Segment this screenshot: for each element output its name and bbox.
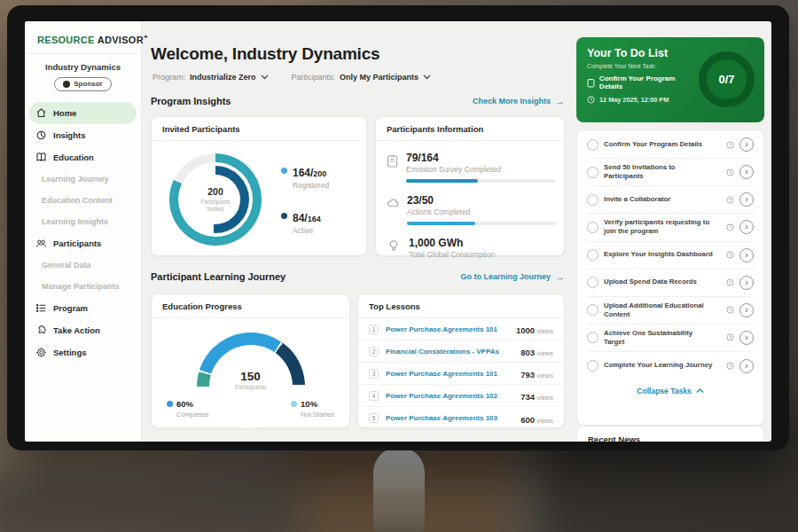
todo-item[interactable]: Invite a Collaborator › (587, 186, 754, 214)
todo-item[interactable]: Explore Your Insights Dashboard › (587, 242, 754, 270)
task-checkbox[interactable] (587, 360, 598, 372)
sidebar-item-manage-participants[interactable]: Manage Participants (25, 276, 141, 297)
invited-legend-dot (281, 213, 287, 219)
views-suffix: views (535, 417, 553, 425)
task-label: Verify participants requesting to join t… (604, 218, 714, 236)
app-logo: RESOURCE ADVISOR+ (25, 21, 141, 54)
clock-icon (587, 96, 595, 104)
sidebar-item-general-data[interactable]: General Data (25, 254, 141, 276)
todo-item[interactable]: Complete Your Learning Journey › (587, 352, 754, 379)
gear-icon (35, 347, 47, 358)
lesson-rank-badge: 4 (369, 391, 379, 401)
lesson-row: 4 Power Purchase Agreements 102 734 view… (358, 385, 564, 407)
program-filter-label: Program: (153, 73, 185, 82)
go-to-learning-journey-link[interactable]: Go to Learning Journey → (460, 272, 565, 282)
sidebar-item-insights[interactable]: Insights (25, 124, 141, 146)
task-checkbox[interactable] (587, 194, 598, 206)
lesson-views: 600 (520, 415, 535, 425)
task-checkbox[interactable] (587, 332, 598, 343)
registered-label: Registered (293, 181, 329, 190)
todo-panel: Your To Do List Complete Your Next Task:… (576, 21, 764, 442)
sidebar-item-program[interactable]: Program (25, 297, 141, 319)
todo-item[interactable]: Achieve One Sustainability Target › (587, 325, 754, 352)
todo-item[interactable]: Upload Spend Data Records › (587, 270, 754, 297)
collapse-tasks-link[interactable]: Collapse Tasks (587, 387, 754, 395)
monitor-bezel: RESOURCE ADVISOR+ Industry Dynamics Spon… (7, 5, 789, 450)
sidebar-item-take-action[interactable]: Take Action (25, 319, 141, 341)
sidebar-item-label: Home (53, 108, 76, 118)
logo-resource: RESOURCE (37, 35, 95, 45)
task-open-button[interactable]: › (739, 359, 754, 373)
collapse-label: Collapse Tasks (637, 387, 691, 395)
sidebar-item-settings[interactable]: Settings (25, 341, 141, 364)
todo-item[interactable]: Verify participants requesting to join t… (587, 214, 754, 241)
todo-item[interactable]: Confirm Your Program Details › (587, 131, 754, 159)
lesson-link[interactable]: Power Purchase Agreements 103 (386, 414, 497, 422)
task-clock-icon (726, 251, 734, 259)
task-open-button[interactable]: › (739, 331, 754, 345)
invited-legend-dot (281, 168, 287, 174)
lesson-link[interactable]: Power Purchase Agreements 102 (386, 392, 497, 400)
task-open-button[interactable]: › (739, 276, 754, 290)
lesson-views: 1000 (516, 325, 535, 335)
sidebar-item-learning-insights[interactable]: Learning Insights (25, 211, 141, 232)
arrow-right-icon: → (555, 272, 565, 282)
task-checkbox[interactable] (587, 167, 598, 178)
consumption-value: 1,000 GWh (409, 237, 495, 249)
sidebar-item-label: General Data (42, 261, 91, 270)
participants-icon (35, 238, 47, 249)
lesson-rank-badge: 1 (369, 325, 379, 334)
task-checkbox[interactable] (587, 222, 598, 233)
lesson-row: 2 Financial Considerations - VPPAs 803 v… (358, 340, 564, 363)
task-open-button[interactable]: › (739, 165, 754, 179)
lesson-link[interactable]: Power Purchase Agreements 101 (386, 325, 497, 333)
sidebar-item-participants[interactable]: Participants (25, 232, 141, 254)
task-checkbox[interactable] (587, 139, 598, 151)
lesson-views: 734 (520, 392, 535, 402)
check-more-insights-link[interactable]: Check More Insights → (473, 97, 565, 106)
gauge-center: 150 Participants (197, 370, 305, 390)
task-open-button[interactable]: › (739, 303, 754, 317)
task-checkbox[interactable] (587, 249, 598, 261)
todo-list-card: Confirm Your Program Details › Send 50 I… (576, 129, 764, 426)
todo-summary-card: Your To Do List Complete Your Next Task:… (576, 37, 764, 122)
sidebar-item-education-content[interactable]: Education Content (25, 190, 141, 211)
task-open-button[interactable]: › (739, 137, 754, 152)
education-gauge-chart: 150 Participants (197, 332, 305, 387)
task-open-button[interactable]: › (739, 220, 754, 234)
program-filter-value: Industrialize Zero (190, 73, 256, 82)
program-filter[interactable]: Program: Industrialize Zero (153, 73, 269, 82)
education-progress-card: Education Progress 150 Participants 60% … (151, 293, 350, 428)
lesson-views: 803 (520, 348, 535, 357)
task-open-button[interactable]: › (739, 192, 754, 207)
lesson-link[interactable]: Power Purchase Agreements 101 (386, 370, 497, 378)
todo-item[interactable]: Send 50 Invitations to Participants › (587, 159, 754, 186)
views-suffix: views (535, 349, 553, 357)
gauge-label: Participants (197, 384, 305, 390)
todo-item[interactable]: Upload Additional Educational Content › (587, 297, 754, 325)
invited-donut-chart: 200 Participants Invited (169, 153, 262, 246)
views-suffix: views (535, 327, 553, 335)
invited-total-label: Participants Invited (196, 199, 235, 213)
active-label: Active (293, 226, 321, 235)
background-shadow-patch (0, 474, 301, 532)
sidebar-item-label: Education (53, 153, 94, 162)
page-title: Welcome, Industry Dynamics (151, 44, 379, 64)
task-checkbox[interactable] (587, 304, 598, 316)
lesson-row: 1 Power Purchase Agreements 101 1000 vie… (358, 318, 564, 340)
task-label: Upload Spend Data Records (604, 278, 697, 286)
sidebar-item-home[interactable]: Home (29, 102, 137, 124)
lightbulb-icon (388, 239, 399, 253)
link-label: Go to Learning Journey (460, 272, 551, 281)
sidebar-item-learning-journey[interactable]: Learning Journey (25, 168, 141, 190)
link-label: Check More Insights (473, 97, 551, 106)
task-open-button[interactable]: › (739, 248, 754, 262)
active-legend-item: 84/164 Active (281, 209, 329, 235)
participants-filter[interactable]: Participants: Only My Participants (292, 73, 432, 82)
task-checkbox[interactable] (587, 277, 598, 288)
sidebar-item-label: Participants (53, 239, 101, 248)
sidebar-item-education[interactable]: Education (25, 146, 141, 168)
lesson-link[interactable]: Financial Considerations - VPPAs (386, 348, 499, 356)
active-value: 84/ (293, 212, 308, 224)
info-progress-fill (406, 179, 478, 183)
